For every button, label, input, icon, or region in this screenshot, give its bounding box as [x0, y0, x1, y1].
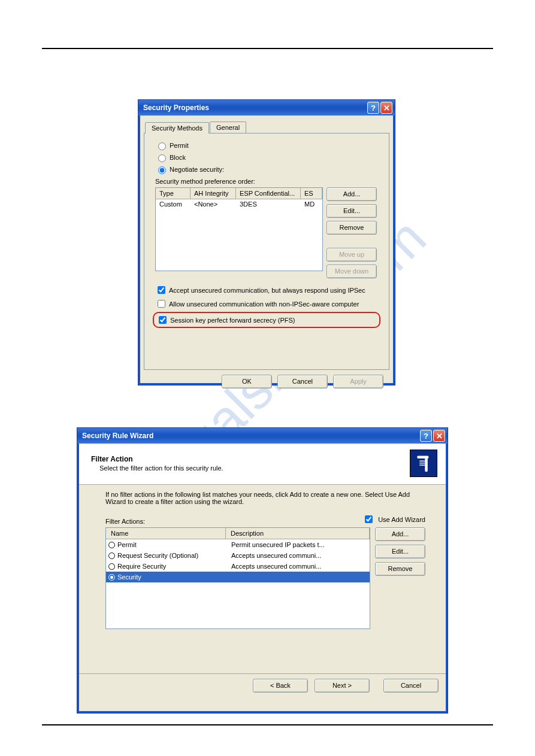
tab-general[interactable]: General	[210, 122, 246, 133]
cancel-button[interactable]: Cancel	[383, 679, 439, 693]
pfs-highlight: Session key perfect forward secrecy (PFS…	[153, 312, 380, 328]
radio-icon[interactable]	[108, 563, 115, 570]
svg-rect-0	[419, 460, 425, 461]
col-ah-integrity[interactable]: AH Integrity	[191, 188, 236, 199]
apply-button: Apply	[333, 375, 383, 388]
col-es[interactable]: ES	[301, 188, 322, 199]
radio-permit-label: Permit	[170, 142, 189, 149]
titlebar[interactable]: Security Rule Wizard ? ✕	[77, 428, 448, 444]
check-pfs-label: Session key perfect forward secrecy (PFS…	[170, 317, 295, 324]
filter-row[interactable]: Security	[106, 572, 370, 582]
radio-block-label: Block	[170, 154, 186, 161]
radio-negotiate-label: Negotiate security:	[170, 166, 224, 173]
radio-block[interactable]	[158, 154, 166, 162]
wizard-intro-text: If no filter actions in the following li…	[105, 491, 425, 505]
check-accept-unsecured[interactable]	[158, 286, 165, 294]
title-text: Security Properties	[143, 104, 209, 112]
security-properties-dialog: Security Properties ? ✕ Security Methods…	[138, 99, 395, 385]
check-allow-unsecured[interactable]	[158, 300, 165, 308]
separator	[79, 673, 446, 674]
filter-row[interactable]: Require SecurityAccepts unsecured commun…	[106, 561, 370, 572]
filter-desc: Permit unsecured IP packets t...	[231, 541, 367, 548]
close-button[interactable]: ✕	[433, 430, 445, 442]
filter-actions-list[interactable]: Name Description PermitPermit unsecured …	[105, 527, 370, 629]
filter-name: Request Security (Optional)	[117, 552, 231, 559]
wizard-header: Filter Action Select the filter action f…	[79, 444, 446, 485]
wizard-title: Filter Action	[91, 455, 410, 463]
filter-desc: Accepts unsecured communi...	[231, 563, 367, 570]
check-allow-unsecured-label: Allow unsecured communication with non-I…	[169, 300, 359, 308]
filter-name: Permit	[117, 541, 231, 548]
filter-row[interactable]: PermitPermit unsecured IP packets t...	[106, 539, 370, 550]
wizard-subtitle: Select the filter action for this securi…	[99, 464, 410, 472]
help-button[interactable]: ?	[367, 102, 379, 114]
titlebar[interactable]: Security Properties ? ✕	[138, 100, 395, 116]
close-button[interactable]: ✕	[380, 102, 392, 114]
add-button[interactable]: Add...	[327, 187, 377, 201]
check-use-add-wizard[interactable]	[365, 515, 373, 523]
tab-security-methods[interactable]: Security Methods	[145, 122, 209, 133]
radio-icon[interactable]	[108, 574, 115, 581]
filter-name: Security	[117, 573, 231, 581]
cell-ah: <None>	[191, 199, 236, 209]
radio-icon[interactable]	[108, 542, 115, 548]
col-esp-confidential[interactable]: ESP Confidential...	[236, 188, 301, 199]
svg-rect-2	[419, 464, 425, 465]
radio-permit[interactable]	[158, 142, 166, 150]
page-rule-top	[42, 48, 493, 49]
preference-order-label: Security method preference order:	[155, 178, 383, 185]
remove-button[interactable]: Remove	[327, 221, 377, 235]
check-use-add-wizard-label: Use Add Wizard	[378, 516, 425, 523]
ok-button[interactable]: OK	[222, 375, 272, 388]
cell-es: MD	[301, 199, 322, 209]
edit-button[interactable]: Edit...	[327, 204, 377, 218]
check-accept-unsecured-label: Accept unsecured communication, but alwa…	[169, 287, 365, 294]
help-button[interactable]: ?	[420, 430, 432, 442]
edit-button[interactable]: Edit...	[375, 545, 425, 558]
scroll-icon	[410, 450, 437, 477]
page-rule-bottom	[42, 724, 493, 725]
col-name[interactable]: Name	[106, 528, 226, 539]
check-pfs[interactable]	[159, 316, 167, 324]
filter-name: Require Security	[117, 563, 231, 570]
cell-esp: 3DES	[236, 199, 301, 209]
radio-icon[interactable]	[108, 552, 115, 559]
security-method-list[interactable]: Type AH Integrity ESP Confidential... ES…	[155, 187, 323, 271]
move-up-button: Move up	[327, 248, 377, 262]
title-text: Security Rule Wizard	[82, 432, 153, 440]
move-down-button: Move down	[327, 265, 377, 278]
method-row[interactable]: Custom <None> 3DES MD	[156, 199, 322, 209]
add-button[interactable]: Add...	[375, 527, 425, 541]
tab-panel: Permit Block Negotiate security: Securit…	[144, 133, 389, 370]
cell-type: Custom	[156, 199, 191, 209]
back-button[interactable]: < Back	[253, 679, 308, 693]
next-button[interactable]: Next >	[315, 679, 370, 693]
filter-desc: Accepts unsecured communi...	[231, 552, 367, 559]
filter-actions-label: Filter Actions:	[105, 518, 145, 525]
col-description[interactable]: Description	[226, 528, 370, 539]
filter-row[interactable]: Request Security (Optional)Accepts unsec…	[106, 550, 370, 561]
col-type[interactable]: Type	[156, 188, 191, 199]
svg-rect-1	[419, 463, 425, 463]
cancel-button[interactable]: Cancel	[277, 375, 328, 388]
radio-negotiate[interactable]	[158, 166, 166, 174]
security-rule-wizard-dialog: Security Rule Wizard ? ✕ Filter Action S…	[77, 427, 448, 714]
remove-button[interactable]: Remove	[375, 562, 425, 576]
